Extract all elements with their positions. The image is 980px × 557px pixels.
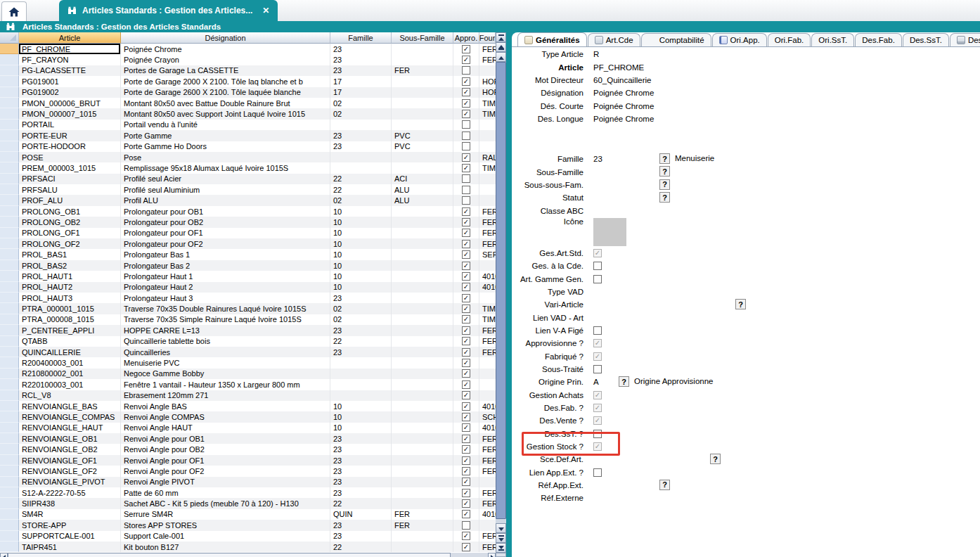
- appro-cell[interactable]: ✓: [453, 260, 479, 271]
- fournisseur-cell[interactable]: TIMB: [479, 98, 496, 108]
- article-cell[interactable]: PORTE-HODOOR: [19, 141, 121, 152]
- table-row[interactable]: PROL_BAS2Prolongateur Bas 210✓: [0, 260, 496, 271]
- appro-checkbox[interactable]: ✓: [462, 543, 470, 551]
- help-button[interactable]: ?: [659, 179, 670, 190]
- table-row[interactable]: TAIPR451Kit bouton B12722✓FER: [0, 542, 496, 552]
- sous-famille-cell[interactable]: [392, 271, 453, 281]
- appro-cell[interactable]: ✓: [453, 162, 479, 173]
- article-cell[interactable]: RCL_V8: [19, 390, 121, 401]
- appro-cell[interactable]: ✓: [453, 314, 479, 325]
- famille-cell[interactable]: 10: [330, 228, 392, 238]
- table-row[interactable]: PG019002Porte de Garage 2600 X 2100. Tôl…: [0, 87, 496, 98]
- fournisseur-cell[interactable]: FER: [479, 487, 496, 498]
- sous-famille-cell[interactable]: [392, 206, 453, 217]
- appro-checkbox[interactable]: ✓: [462, 510, 470, 518]
- row-header-cell[interactable]: [0, 54, 19, 65]
- help-button[interactable]: ?: [659, 192, 670, 203]
- tab-Généralités[interactable]: Généralités: [517, 32, 587, 47]
- article-cell[interactable]: PROL_HAUT3: [19, 293, 121, 303]
- row-header-cell[interactable]: [0, 217, 19, 227]
- field-value[interactable]: Poignée Chrome: [593, 102, 654, 110]
- appro-checkbox[interactable]: ✓: [462, 456, 470, 465]
- row-header-cell[interactable]: [0, 303, 19, 314]
- appro-checkbox[interactable]: [462, 521, 470, 530]
- field-checkbox[interactable]: [593, 430, 602, 438]
- sous-famille-cell[interactable]: [392, 542, 453, 552]
- row-header-cell[interactable]: [0, 520, 19, 530]
- famille-cell[interactable]: QUIN: [330, 509, 392, 520]
- table-row[interactable]: PRFSACIProfilé seul Acier22ACI: [0, 174, 496, 184]
- help-button[interactable]: ?: [659, 480, 670, 490]
- fournisseur-cell[interactable]: FER: [479, 217, 496, 227]
- article-cell[interactable]: QTABB: [19, 336, 121, 347]
- row-header-cell[interactable]: [0, 531, 19, 542]
- appro-cell[interactable]: ✓: [453, 369, 479, 379]
- sous-famille-cell[interactable]: [392, 217, 453, 227]
- appro-cell[interactable]: ✓: [453, 466, 479, 476]
- table-row[interactable]: PG019001Porte de Garage 2000 X 2100. Tôl…: [0, 76, 496, 87]
- designation-cell[interactable]: Prolongateur pour OB1: [121, 206, 330, 217]
- appro-checkbox[interactable]: ✓: [462, 88, 470, 96]
- article-cell[interactable]: RENVOIANGLE_OB1: [19, 433, 121, 444]
- appro-cell[interactable]: ✓: [453, 303, 479, 314]
- fournisseur-cell[interactable]: FER: [479, 44, 496, 54]
- designation-cell[interactable]: Renvoi Angle PIVOT: [121, 477, 330, 487]
- tab-Des.Fab.[interactable]: Des.Fab.: [855, 33, 902, 46]
- fournisseur-cell[interactable]: [479, 369, 496, 379]
- famille-cell[interactable]: 10: [330, 401, 392, 411]
- appro-checkbox[interactable]: ✓: [462, 337, 470, 345]
- appro-checkbox[interactable]: ✓: [462, 359, 470, 367]
- appro-checkbox[interactable]: [462, 66, 470, 75]
- fournisseur-cell[interactable]: FER: [479, 336, 496, 347]
- designation-cell[interactable]: Support Cale-001: [121, 531, 330, 542]
- sous-famille-cell[interactable]: PVC: [392, 141, 453, 152]
- table-row[interactable]: QTABBQuincaillerie tablette bois22✓FER: [0, 336, 496, 347]
- appro-checkbox[interactable]: ✓: [462, 369, 470, 378]
- famille-cell[interactable]: 23: [330, 65, 392, 76]
- article-cell[interactable]: SM4R: [19, 509, 121, 520]
- article-cell[interactable]: PMON_000006_BRUT: [19, 98, 121, 108]
- article-cell[interactable]: SUPPORTCALE-001: [19, 531, 121, 542]
- table-row[interactable]: POSEPose✓RAL: [0, 152, 496, 162]
- designation-cell[interactable]: Kit bouton B127: [121, 542, 330, 552]
- fournisseur-cell[interactable]: [479, 379, 496, 390]
- appro-cell[interactable]: [453, 195, 479, 205]
- famille-cell[interactable]: 23: [330, 466, 392, 476]
- famille-cell[interactable]: 02: [330, 195, 392, 205]
- page-down-button[interactable]: [496, 533, 506, 543]
- famille-cell[interactable]: 23: [330, 433, 392, 444]
- sous-famille-cell[interactable]: [392, 411, 453, 422]
- appro-checkbox[interactable]: ✓: [462, 499, 470, 508]
- fournisseur-cell[interactable]: FER: [479, 466, 496, 476]
- fournisseur-cell[interactable]: TIMB: [479, 303, 496, 314]
- row-header-cell[interactable]: [0, 195, 19, 205]
- article-cell[interactable]: R210800002_001: [19, 369, 121, 379]
- scroll-to-bottom-button[interactable]: [496, 543, 506, 553]
- appro-cell[interactable]: ✓: [453, 347, 479, 357]
- appro-cell[interactable]: ✓: [453, 433, 479, 444]
- famille-cell[interactable]: 17: [330, 87, 392, 98]
- table-row[interactable]: P_CENTREE_APPLIHOPPE CARRE L=1323✓FER: [0, 325, 496, 335]
- fournisseur-cell[interactable]: FER: [479, 433, 496, 444]
- column-header-Article[interactable]: Article: [19, 32, 121, 44]
- row-header-cell[interactable]: [0, 76, 19, 87]
- appro-cell[interactable]: ✓: [453, 87, 479, 98]
- article-cell[interactable]: RENVOIANGLE_BAS: [19, 401, 121, 411]
- table-row[interactable]: PROL_HAUT2Prolongateur Haut 210✓4010: [0, 282, 496, 293]
- table-row[interactable]: PORTE-HODOORPorte Gamme Ho Doors23PVC: [0, 141, 496, 152]
- sous-famille-cell[interactable]: [392, 228, 453, 238]
- appro-checkbox[interactable]: ✓: [462, 56, 470, 64]
- article-cell[interactable]: PROL_BAS1: [19, 249, 121, 260]
- article-cell[interactable]: RENVOIANGLE_COMPAS: [19, 411, 121, 422]
- appro-cell[interactable]: ✓: [453, 98, 479, 108]
- field-value[interactable]: 60_Quincaillerie: [593, 76, 651, 84]
- row-header-cell[interactable]: [0, 260, 19, 271]
- appro-cell[interactable]: ✓: [453, 444, 479, 454]
- appro-checkbox[interactable]: ✓: [462, 272, 470, 281]
- appro-cell[interactable]: [453, 141, 479, 152]
- table-row[interactable]: PROLONG_OF2Prolongateur pour OF210✓FER: [0, 238, 496, 249]
- sous-famille-cell[interactable]: [392, 357, 453, 368]
- designation-cell[interactable]: Prolongateur Haut 2: [121, 282, 330, 293]
- field-checkbox[interactable]: [593, 262, 602, 270]
- article-cell[interactable]: POSE: [19, 152, 121, 162]
